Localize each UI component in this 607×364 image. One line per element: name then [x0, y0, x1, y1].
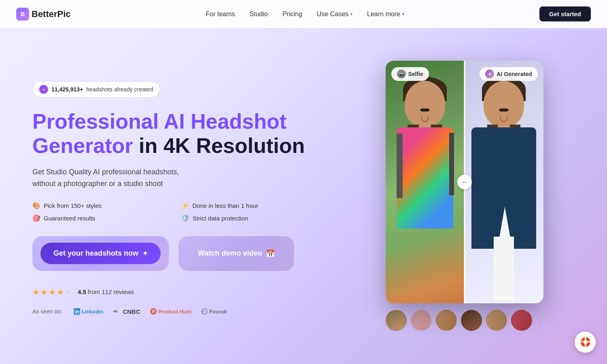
support-button[interactable]: 🛟	[575, 332, 596, 353]
progress-active	[540, 320, 541, 321]
thumb-face-6	[512, 311, 531, 330]
ai-label: ✦ AI Generated	[480, 67, 537, 81]
selfie-label-icon: 📷	[397, 70, 406, 78]
svg-rect-2	[115, 311, 116, 313]
hero-headline: Professional AI Headshot Generator in 4K…	[32, 110, 314, 158]
producthunt-logo: Product Hunt	[150, 308, 191, 315]
thumbnail-3[interactable]	[436, 310, 457, 331]
headline-part3: in 4K Resolution	[139, 134, 305, 157]
thumbnail-strip	[386, 310, 543, 331]
headline-part1: Professional AI Headshot	[32, 110, 287, 133]
progress-indicator	[540, 320, 543, 321]
hero-subheadline: Get Studio Quality AI professional heads…	[32, 166, 314, 190]
nav-for-teams[interactable]: For teams	[206, 11, 235, 18]
logo[interactable]: B BetterPic	[16, 8, 71, 21]
linkedin-logo: LinkedIn	[74, 308, 103, 315]
svg-rect-3	[117, 311, 117, 313]
get-headshots-button[interactable]: Get your headshots now ✦	[40, 243, 161, 264]
thumb-face-1	[386, 311, 406, 330]
feature-guaranteed: 🎯 Guaranteed results	[32, 214, 165, 222]
svg-rect-1	[114, 311, 115, 313]
split-container: ↔ 📷 Selfie ✦ AI Generated	[386, 61, 543, 303]
person-shirt	[397, 127, 453, 229]
styles-icon: 🎨	[32, 202, 40, 210]
nav-studio[interactable]: Studio	[250, 11, 268, 18]
sparkle-icon: ✦	[142, 250, 148, 257]
privacy-icon: 🛡️	[181, 214, 189, 222]
feature-speed: ⚡ Done in less than 1 hour	[181, 202, 314, 210]
nav-use-cases[interactable]: Use Cases ▾	[317, 11, 352, 18]
seen-on-label: As seen on:	[32, 308, 62, 315]
brand-logos: LinkedIn CNBC Product Hunt F	[74, 308, 227, 315]
ai-person	[465, 69, 543, 303]
guaranteed-icon: 🎯	[32, 214, 40, 222]
hero-right-panel: ↔ 📷 Selfie ✦ AI Generated	[334, 28, 607, 364]
foundr-logo: F Foundr	[201, 308, 227, 315]
thumbnail-4[interactable]	[461, 310, 482, 331]
thumbnail-2[interactable]	[411, 310, 432, 331]
backpack-strap2	[449, 133, 454, 195]
person-eye-right	[423, 108, 430, 112]
main-content: + 11,425,913+ headshots already created …	[0, 0, 607, 364]
get-started-button[interactable]: Get started	[539, 6, 591, 21]
ai-face-nose	[500, 116, 507, 122]
thumbnail-5[interactable]	[486, 310, 507, 331]
person-head	[405, 81, 445, 127]
headline-part2: Generator	[32, 134, 139, 157]
badge-text: headshots already created	[86, 86, 153, 93]
feature-privacy: 🛡️ Strict data protection	[181, 214, 314, 222]
rating-section: ★★★★★ 4.5 from 112 reviews	[32, 287, 314, 297]
nav-learn-more[interactable]: Learn more ▾	[367, 11, 404, 18]
ai-generated-side	[465, 61, 543, 303]
ai-suit	[471, 127, 536, 249]
selfie-side	[386, 61, 465, 303]
cta-primary-wrap: Get your headshots now ✦	[32, 236, 169, 271]
logo-icon: B	[16, 8, 29, 21]
nav-pricing[interactable]: Pricing	[282, 11, 302, 18]
rating-text: 4.5 from 112 reviews	[78, 288, 134, 295]
chevron-down-icon: ▾	[402, 12, 404, 16]
progress-inactive-1	[543, 320, 543, 321]
ai-eye-right	[502, 108, 509, 112]
thumb-face-5	[487, 311, 506, 330]
navigation: B BetterPic For teams Studio Pricing Use…	[0, 0, 607, 28]
cnbc-logo: CNBC	[113, 308, 140, 315]
thumbnail-6[interactable]	[511, 310, 532, 331]
support-icon: 🛟	[580, 337, 591, 347]
speed-icon: ⚡	[181, 202, 189, 210]
ai-label-icon: ✦	[485, 70, 494, 78]
thumb-face-4	[462, 311, 481, 330]
svg-rect-0	[113, 311, 114, 313]
cta-secondary-wrap: Watch demo video 📅	[178, 236, 294, 271]
feature-styles: 🎨 Pick from 150+ styles	[32, 202, 165, 210]
features-list: 🎨 Pick from 150+ styles ⚡ Done in less t…	[32, 202, 314, 222]
selfie-label: 📷 Selfie	[391, 67, 429, 81]
star-rating: ★★★★★	[32, 287, 73, 297]
hero-left-panel: + 11,425,913+ headshots already created …	[0, 28, 334, 364]
selfie-person	[388, 69, 461, 303]
watch-demo-button[interactable]: Watch demo video 📅	[187, 243, 286, 265]
cta-buttons: Get your headshots now ✦ Watch demo vide…	[32, 236, 314, 271]
backpack	[397, 133, 403, 198]
thumb-face-2	[412, 311, 431, 330]
calendar-icon: 📅	[266, 249, 275, 258]
thumb-face-3	[437, 311, 456, 330]
ai-head	[484, 81, 524, 127]
comparison-card: ↔ 📷 Selfie ✦ AI Generated	[386, 61, 543, 303]
badge-icon: +	[39, 85, 48, 94]
logo-text: BetterPic	[32, 9, 71, 19]
nav-links: For teams Studio Pricing Use Cases ▾ Lea…	[206, 11, 404, 18]
face-nose	[421, 116, 429, 122]
split-drag-icon[interactable]: ↔	[457, 175, 472, 189]
badge-count: 11,425,913+	[51, 86, 83, 93]
stats-badge: + 11,425,913+ headshots already created	[32, 81, 160, 97]
thumbnail-1[interactable]	[386, 310, 407, 331]
chevron-down-icon: ▾	[350, 12, 352, 16]
svg-text:F: F	[203, 310, 204, 313]
as-seen-on: As seen on: LinkedIn CNBC	[32, 308, 314, 315]
